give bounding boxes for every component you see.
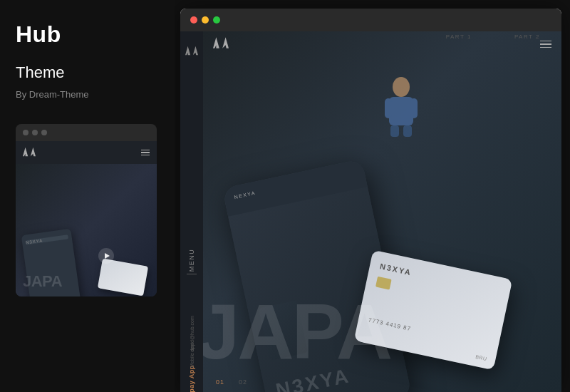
preview-card-shape [98, 259, 148, 296]
preview-play-button[interactable] [98, 248, 114, 264]
svg-marker-0 [23, 148, 36, 157]
svg-rect-4 [389, 97, 413, 125]
site-menu-label: Menu [188, 249, 195, 272]
dot-1 [23, 130, 28, 135]
site-main-content: PART 1 PART 2 NEXYA N3XYA N3XYA 7773 441… [203, 31, 561, 392]
dot-3 [41, 130, 47, 135]
part-2-label: PART 2 [514, 33, 540, 40]
preview-body: N3XYA JAPA [16, 141, 157, 296]
sidebar-line [187, 274, 197, 274]
card-chip [375, 277, 392, 290]
svg-rect-5 [385, 98, 392, 118]
part-labels: PART 1 PART 2 [446, 33, 540, 40]
small-preview-card: N3XYA JAPA [16, 124, 157, 296]
svg-rect-7 [390, 125, 399, 137]
site-header-logo [213, 37, 229, 51]
browser-dot-yellow [202, 16, 209, 24]
site-sidebar: Menu Japay App david@hub.com Mobile app [180, 31, 203, 392]
preview-big-text: JAPA [23, 272, 62, 291]
left-panel: Hub Theme By Dream-Theme [0, 0, 175, 392]
card-label: N3XYA [379, 262, 413, 277]
preview-menu-icon [141, 150, 150, 156]
site-logo [185, 40, 198, 58]
by-author-label: By Dream-Theme [16, 89, 159, 100]
inner-phone-card [259, 300, 308, 361]
preview-logo [23, 147, 36, 158]
browser-window: Menu Japay App david@hub.com Mobile app [180, 9, 561, 392]
browser-dot-green [213, 16, 220, 24]
browser-dot-red [190, 16, 197, 24]
preview-phone-text: N3XYA [26, 238, 43, 244]
character-illustration [376, 74, 426, 138]
preview-content-area: N3XYA JAPA [16, 164, 157, 296]
svg-rect-8 [403, 125, 412, 137]
browser-titlebar [180, 9, 561, 31]
svg-marker-2 [213, 37, 229, 48]
bottom-indicators: 01 02 [216, 378, 247, 386]
mobile-app-label: Mobile app [190, 343, 195, 367]
svg-point-3 [393, 77, 410, 97]
preview-titlebar [16, 124, 157, 141]
site-header-menu-icon [540, 41, 551, 48]
site-bottom-bar: 01 02 [203, 372, 561, 392]
theme-label: Theme [16, 63, 159, 82]
indicator-01: 01 [216, 378, 224, 386]
svg-marker-1 [185, 46, 198, 56]
part-1-label: PART 1 [446, 33, 472, 40]
brand-title: Hub [16, 21, 159, 48]
svg-rect-6 [410, 98, 418, 118]
browser-content: Menu Japay App david@hub.com Mobile app [180, 31, 561, 392]
japay-app-label: Japay App [188, 365, 195, 392]
preview-scene: N3XYA JAPA [16, 164, 157, 296]
card-number: 7773 4419 87 [368, 317, 411, 332]
dot-2 [32, 130, 38, 135]
card-extra: BRU [475, 354, 487, 361]
preview-inner-header [16, 141, 157, 164]
indicator-02: 02 [239, 378, 247, 386]
phone-label: NEXYA [234, 190, 256, 200]
